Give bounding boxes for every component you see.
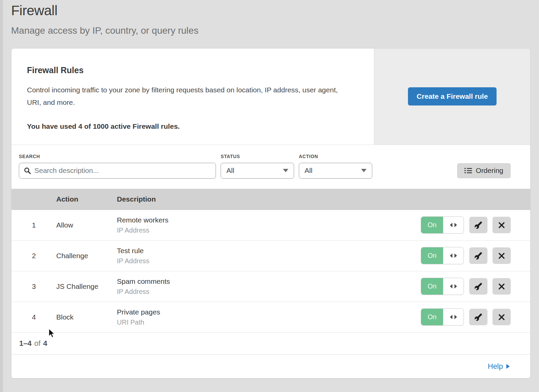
search-input[interactable] <box>19 163 216 179</box>
rules-heading: Firewall Rules <box>27 65 354 75</box>
toggle-on-label: On <box>421 217 443 233</box>
toggle-on-label: On <box>421 278 443 295</box>
edit-rule-button[interactable] <box>469 217 487 233</box>
rules-summary-text: Firewall Rules Control incoming traffic … <box>11 49 374 145</box>
pagination: 1–4 of 4 <box>11 333 530 354</box>
rule-match-type: IP Address <box>117 288 421 296</box>
rules-summary-section: Firewall Rules Control incoming traffic … <box>11 49 530 145</box>
toggle-on-label: On <box>421 309 443 325</box>
help-link-label: Help <box>488 362 503 371</box>
create-rule-panel: Create a Firewall rule <box>374 49 530 145</box>
rule-description-cell: Test rule IP Address <box>117 247 421 265</box>
status-label: STATUS <box>221 154 294 159</box>
action-select[interactable]: All <box>299 163 372 179</box>
close-icon <box>498 314 505 321</box>
search-label: SEARCH <box>19 154 216 159</box>
edit-rule-button[interactable] <box>469 278 487 295</box>
rule-enabled-toggle[interactable]: On <box>421 247 464 264</box>
description-column-header: Description <box>117 195 530 203</box>
status-select[interactable]: All <box>221 163 294 179</box>
chevron-down-icon <box>283 169 288 172</box>
ordering-button[interactable]: Ordering <box>457 163 511 178</box>
toggle-drag-handle[interactable] <box>443 278 464 295</box>
card-footer: Help <box>11 354 530 378</box>
delete-rule-button[interactable] <box>493 217 511 233</box>
table-row: 2 Challenge Test rule IP Address On <box>11 241 530 271</box>
close-icon <box>498 283 505 290</box>
rule-enabled-toggle[interactable]: On <box>421 217 464 233</box>
page-title: Firewall <box>11 3 539 19</box>
rules-description: Control incoming traffic to your zone by… <box>27 84 347 109</box>
action-filter-group: ACTION All <box>299 154 372 179</box>
table-header: Action Description <box>11 189 530 210</box>
status-filter-group: STATUS All <box>221 154 294 179</box>
rule-description-cell: Private pages URI Path <box>117 308 421 326</box>
rule-enabled-toggle[interactable]: On <box>421 278 464 295</box>
pagination-range: 1–4 <box>19 339 32 348</box>
rule-match-type: IP Address <box>117 227 421 234</box>
delete-rule-button[interactable] <box>493 247 511 264</box>
close-icon <box>498 252 505 259</box>
status-selected-value: All <box>226 167 234 175</box>
firewall-rules-card: Firewall Rules Control incoming traffic … <box>11 48 531 379</box>
create-firewall-rule-button[interactable]: Create a Firewall rule <box>408 87 497 105</box>
window-edge-strip <box>0 0 3 392</box>
rule-controls: On <box>421 309 530 325</box>
rule-action: Allow <box>56 221 117 229</box>
rule-match-type: URI Path <box>117 319 421 326</box>
rule-controls: On <box>421 278 530 295</box>
left-right-arrows-icon <box>449 253 457 258</box>
delete-rule-button[interactable] <box>493 278 511 295</box>
rule-description-cell: Remote workers IP Address <box>117 216 421 234</box>
page-subtitle: Manage access by IP, country, or query r… <box>11 25 539 36</box>
rule-controls: On <box>421 217 530 233</box>
page-header: Firewall Manage access by IP, country, o… <box>0 0 539 36</box>
filters-bar: SEARCH STATUS All ACTION All <box>11 145 530 189</box>
rule-controls: On <box>421 247 530 264</box>
rule-description-cell: Spam comments IP Address <box>117 277 421 296</box>
rule-priority: 4 <box>11 313 56 321</box>
toggle-drag-handle[interactable] <box>443 247 464 264</box>
delete-rule-button[interactable] <box>493 309 511 325</box>
pagination-total: 4 <box>43 339 47 348</box>
table-row: 4 Block Private pages URI Path On <box>11 302 530 333</box>
search-box <box>19 163 216 179</box>
search-icon <box>24 167 31 174</box>
rule-description: Remote workers <box>117 216 421 224</box>
wrench-icon <box>474 313 482 321</box>
rule-description: Spam comments <box>117 277 421 285</box>
wrench-icon <box>474 252 482 260</box>
pagination-of-label: of <box>34 339 40 348</box>
rules-usage-text: You have used 4 of 1000 active Firewall … <box>27 122 354 130</box>
rule-description: Test rule <box>117 247 421 255</box>
toggle-on-label: On <box>421 247 443 264</box>
action-selected-value: All <box>305 167 312 175</box>
rule-description: Private pages <box>117 308 421 316</box>
toggle-drag-handle[interactable] <box>443 217 464 233</box>
left-right-arrows-icon <box>449 315 457 319</box>
action-column-header: Action <box>56 195 117 203</box>
rule-action: JS Challenge <box>56 282 117 291</box>
chevron-down-icon <box>361 169 367 172</box>
rule-priority: 1 <box>11 221 56 229</box>
rule-priority: 3 <box>11 282 56 291</box>
search-filter-group: SEARCH <box>19 154 216 179</box>
table-row: 3 JS Challenge Spam comments IP Address … <box>11 271 530 302</box>
table-row: 1 Allow Remote workers IP Address On <box>11 210 530 241</box>
wrench-icon <box>474 282 482 291</box>
edit-rule-button[interactable] <box>469 309 487 325</box>
arrow-right-icon <box>506 364 510 369</box>
rule-priority: 2 <box>11 252 56 260</box>
ordered-list-icon <box>465 168 472 174</box>
rule-action: Challenge <box>56 252 117 260</box>
rule-action: Block <box>56 313 117 321</box>
close-icon <box>498 222 505 229</box>
ordering-button-label: Ordering <box>476 167 503 175</box>
left-right-arrows-icon <box>449 284 457 289</box>
edit-rule-button[interactable] <box>469 247 487 264</box>
rule-match-type: IP Address <box>117 257 421 265</box>
toggle-drag-handle[interactable] <box>443 309 464 325</box>
help-link[interactable]: Help <box>488 362 510 371</box>
rule-enabled-toggle[interactable]: On <box>421 309 464 325</box>
action-label: ACTION <box>299 154 372 159</box>
